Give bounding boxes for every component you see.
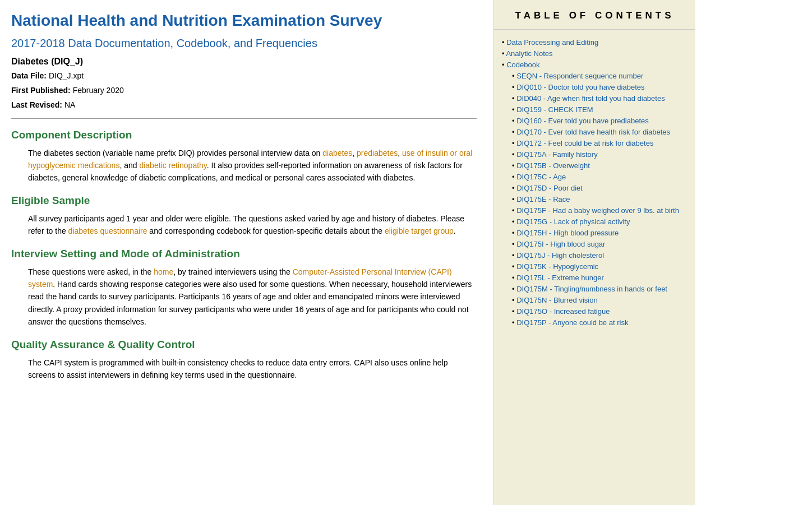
section-heading-eligible-sample: Eligible Sample (11, 194, 477, 207)
last-revised-label: Last Revised: (11, 100, 62, 109)
toc-codebook-item-20: DIQ175N - Blurred vision (512, 296, 688, 304)
sections-container: Component DescriptionThe diabetes sectio… (11, 129, 477, 382)
toc-codebook-item-16: DIQ175J - High cholesterol (512, 251, 688, 260)
section-body-interview-setting: These questions were asked, in the home,… (28, 266, 477, 328)
toc-codebook-link-0[interactable]: SEQN - Respondent sequence number (516, 72, 643, 80)
toc-codebook-item-8: DIQ175B - Overweight (512, 161, 688, 170)
link-insulin[interactable]: use of insulin or oral hypoglycemic medi… (28, 149, 472, 170)
toc-item-0: Data Processing and Editing (502, 38, 688, 47)
toc-codebook-link-9[interactable]: DIQ175C - Age (516, 173, 566, 181)
toc-codebook-sublist: SEQN - Respondent sequence numberDIQ010 … (502, 72, 688, 327)
toc-codebook-link-19[interactable]: DIQ175M - Tingling/numbness in hands or … (516, 285, 667, 293)
toc-codebook-link-22[interactable]: DIQ175P - Anyone could be at risk (516, 318, 628, 327)
toc-codebook-item-5: DIQ170 - Ever told have health risk for … (512, 128, 688, 136)
section-heading-interview-setting: Interview Setting and Mode of Administra… (11, 248, 477, 260)
toc-codebook-item-18: DIQ175L - Extreme hunger (512, 274, 688, 282)
toc-codebook-link-16[interactable]: DIQ175J - High cholesterol (516, 251, 604, 260)
main-content: National Health and Nutrition Examinatio… (0, 0, 493, 505)
toc-link-2[interactable]: Codebook (506, 61, 539, 69)
toc-codebook-item-0: SEQN - Respondent sequence number (512, 72, 688, 80)
toc-codebook-item-2: DID040 - Age when first told you had dia… (512, 94, 688, 103)
toc-codebook-link-2[interactable]: DID040 - Age when first told you had dia… (516, 94, 665, 103)
link-prediabetes[interactable]: prediabetes (357, 149, 398, 157)
toc-codebook-link-3[interactable]: DIQ159 - CHECK ITEM (516, 105, 593, 114)
toc-codebook-link-5[interactable]: DIQ170 - Ever told have health risk for … (516, 128, 670, 136)
data-file-line: Data File: DIQ_J.xpt (11, 71, 477, 80)
toc-codebook-link-6[interactable]: DIQ172 - Feel could be at risk for diabe… (516, 139, 653, 147)
link-capi[interactable]: Computer-Assisted Personal Interview (CA… (28, 267, 452, 289)
toc-link-0[interactable]: Data Processing and Editing (506, 38, 598, 47)
toc-codebook-item-10: DIQ175D - Poor diet (512, 184, 688, 192)
toc-codebook-link-1[interactable]: DIQ010 - Doctor told you have diabetes (516, 83, 644, 91)
toc-codebook-item-19: DIQ175M - Tingling/numbness in hands or … (512, 285, 688, 293)
first-published-value: February 2020 (73, 86, 124, 95)
section-heading-quality-assurance: Quality Assurance & Quality Control (11, 339, 477, 351)
toc-codebook-item-9: DIQ175C - Age (512, 173, 688, 181)
toc-codebook-link-14[interactable]: DIQ175H - High blood pressure (516, 229, 619, 237)
toc-codebook-link-21[interactable]: DIQ175O - Increased fatigue (516, 307, 610, 316)
document-title: Diabetes (DIQ_J) (11, 57, 477, 67)
link-questionnaire[interactable]: diabetes questionnaire (68, 226, 147, 235)
toc-codebook-item-13: DIQ175G - Lack of physical activity (512, 217, 688, 226)
table-of-contents-sidebar: TABLE OF CONTENTS Data Processing and Ed… (493, 0, 695, 505)
first-published-label: First Published: (11, 86, 71, 95)
toc-codebook-link-18[interactable]: DIQ175L - Extreme hunger (516, 274, 604, 282)
toc-item-2: CodebookSEQN - Respondent sequence numbe… (502, 61, 688, 327)
toc-codebook-item-3: DIQ159 - CHECK ITEM (512, 105, 688, 114)
toc-codebook-item-21: DIQ175O - Increased fatigue (512, 307, 688, 316)
toc-codebook-link-20[interactable]: DIQ175N - Blurred vision (516, 296, 598, 304)
toc-codebook-link-15[interactable]: DIQ175I - High blood sugar (516, 240, 605, 248)
page-main-title: National Health and Nutrition Examinatio… (11, 11, 477, 30)
toc-codebook-link-17[interactable]: DIQ175K - Hypoglycemic (516, 262, 598, 271)
toc-codebook-link-8[interactable]: DIQ175B - Overweight (516, 161, 590, 170)
last-revised-value: NA (64, 100, 75, 109)
link-retinopathy[interactable]: diabetic retinopathy (139, 161, 206, 170)
toc-codebook-item-7: DIQ175A - Family history (512, 150, 688, 159)
section-body-quality-assurance: The CAPI system is programmed with built… (28, 356, 477, 382)
toc-item-1: Analytic Notes (502, 49, 688, 58)
toc-codebook-item-12: DIQ175F - Had a baby weighed over 9 lbs.… (512, 206, 688, 215)
section-divider (11, 118, 477, 119)
toc-codebook-link-12[interactable]: DIQ175F - Had a baby weighed over 9 lbs.… (516, 206, 679, 215)
last-revised-line: Last Revised: NA (11, 100, 477, 109)
toc-codebook-item-22: DIQ175P - Anyone could be at risk (512, 318, 688, 327)
toc-codebook-item-17: DIQ175K - Hypoglycemic (512, 262, 688, 271)
page-subtitle: 2017-2018 Data Documentation, Codebook, … (11, 37, 477, 50)
section-heading-component-description: Component Description (11, 129, 477, 141)
link-eligible-target[interactable]: eligible target group (385, 226, 454, 235)
toc-link-1[interactable]: Analytic Notes (506, 49, 552, 58)
toc-codebook-link-13[interactable]: DIQ175G - Lack of physical activity (516, 217, 630, 226)
link-diabetes[interactable]: diabetes (322, 149, 352, 157)
first-published-line: First Published: February 2020 (11, 86, 477, 95)
link-home[interactable]: home (154, 267, 173, 276)
toc-codebook-item-15: DIQ175I - High blood sugar (512, 240, 688, 248)
toc-codebook-link-4[interactable]: DIQ160 - Ever told you have prediabetes (516, 117, 649, 125)
toc-codebook-item-11: DIQ175E - Race (512, 195, 688, 203)
toc-codebook-item-1: DIQ010 - Doctor told you have diabetes (512, 83, 688, 91)
toc-codebook-item-14: DIQ175H - High blood pressure (512, 229, 688, 237)
toc-title: TABLE OF CONTENTS (494, 0, 695, 30)
section-body-eligible-sample: All survey participants aged 1 year and … (28, 212, 477, 238)
toc-codebook-item-4: DIQ160 - Ever told you have prediabetes (512, 117, 688, 125)
toc-top-list: Data Processing and EditingAnalytic Note… (494, 30, 695, 335)
toc-codebook-link-11[interactable]: DIQ175E - Race (516, 195, 570, 203)
data-file-value: DIQ_J.xpt (49, 71, 84, 80)
toc-codebook-link-7[interactable]: DIQ175A - Family history (516, 150, 598, 159)
toc-codebook-item-6: DIQ172 - Feel could be at risk for diabe… (512, 139, 688, 147)
data-file-label: Data File: (11, 71, 47, 80)
toc-codebook-link-10[interactable]: DIQ175D - Poor diet (516, 184, 583, 192)
section-body-component-description: The diabetes section (variable name pref… (28, 147, 477, 184)
